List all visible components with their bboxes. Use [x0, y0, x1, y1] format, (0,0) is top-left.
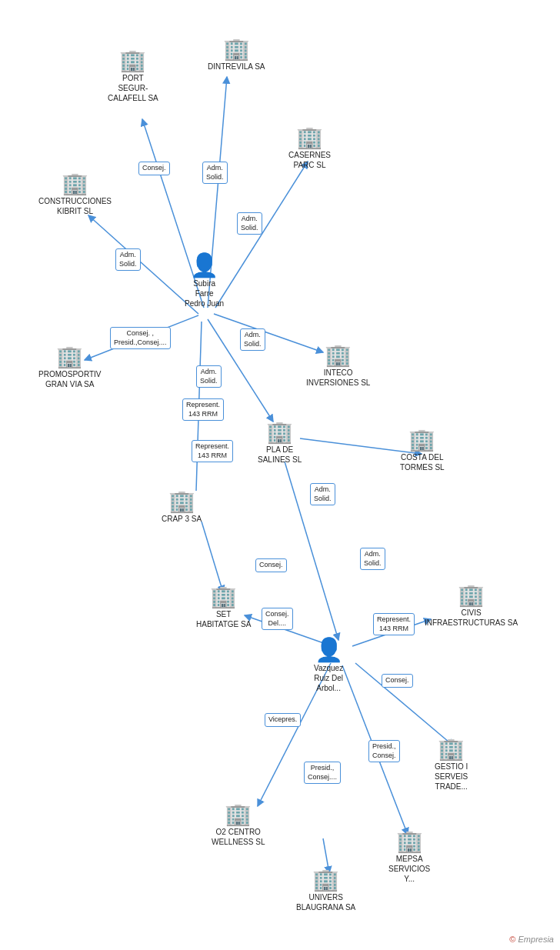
badge-adm-solid-4[interactable]: Adm.Solid.: [240, 328, 265, 351]
badge-adm-solid-7[interactable]: Adm.Solid.: [360, 548, 385, 570]
label-gestio: GESTIO I SERVEIS TRADE...: [435, 762, 468, 792]
node-inteco: 🏢 INTECO INVERSIONES SL: [306, 345, 370, 388]
label-mepsa: MEPSA SERVICIOS Y...: [388, 854, 430, 884]
company-icon-casernes: 🏢: [296, 127, 323, 148]
svg-line-9: [202, 522, 223, 592]
label-vazquez: Vazquez Ruiz Del Arbol...: [314, 663, 343, 693]
badge-consej-del[interactable]: Consej.Del....: [262, 608, 293, 630]
company-icon-o2centro: 🏢: [225, 804, 252, 825]
company-icon-set-habitatge: 🏢: [210, 586, 237, 608]
node-crap3: 🏢 CRAP 3 SA: [162, 491, 202, 524]
node-pla-salines: 🏢 PLA DE SALINES SL: [258, 422, 302, 465]
badge-consej-2[interactable]: Consej.: [255, 558, 287, 572]
node-dintrevila: 🏢 DINTREVILA SA: [208, 38, 265, 72]
badge-presid-consej-1[interactable]: Presid.,Consej.: [368, 740, 400, 762]
company-icon-univers: 🏢: [312, 869, 339, 891]
badge-consej-presid[interactable]: Consej. ,Presid.,Consej....: [110, 327, 171, 349]
badge-represent-2[interactable]: Represent.143 RRM: [192, 440, 233, 462]
node-set-habitatge: 🏢 SET HABITATGE SA: [196, 586, 251, 629]
label-inteco: INTECO INVERSIONES SL: [306, 368, 370, 388]
person-icon-vazquez: 👤: [315, 638, 343, 662]
person-icon-subira: 👤: [190, 254, 218, 277]
label-promosportiv: PROMOSPORTIV GRAN VIA SA: [38, 369, 102, 389]
company-icon-gestio: 🏢: [438, 738, 465, 760]
label-o2centro: O2 CENTRO WELLNESS SL: [212, 827, 265, 847]
node-univers: 🏢 UNIVERS BLAUGRANA SA: [296, 869, 355, 912]
company-icon-promosportiv: 🏢: [56, 346, 83, 368]
node-construcciones: 🏢 CONSTRUCCIONES KIBRIT SL: [38, 173, 112, 216]
node-costa-tormes: 🏢 COSTA DEL TORMES SL: [400, 429, 445, 472]
label-civis: CIVIS INFRAESTRUCTURAS SA: [425, 608, 518, 628]
company-icon-construcciones: 🏢: [62, 173, 88, 195]
badge-adm-solid-2[interactable]: Adm.Solid.: [237, 212, 262, 235]
badge-presid-consej-2[interactable]: Presid.,Consej....: [304, 762, 341, 784]
label-subira: Subira Farre Pedro Juan: [185, 278, 224, 308]
company-icon-pla-salines: 🏢: [266, 422, 293, 443]
node-vazquez: 👤 Vazquez Ruiz Del Arbol...: [314, 638, 343, 693]
node-o2centro: 🏢 O2 CENTRO WELLNESS SL: [212, 804, 265, 847]
node-port-segur: 🏢 PORT SEGUR- CALAFELL SA: [108, 50, 158, 103]
company-icon-port-segur: 🏢: [119, 50, 146, 72]
node-civis: 🏢 CIVIS INFRAESTRUCTURAS SA: [425, 585, 518, 628]
badge-adm-solid-1[interactable]: Adm.Solid.: [202, 162, 228, 184]
company-icon-mepsa: 🏢: [396, 831, 423, 852]
badge-adm-solid-5[interactable]: Adm.Solid.: [196, 365, 222, 388]
label-construcciones: CONSTRUCCIONES KIBRIT SL: [38, 196, 112, 216]
watermark: © Empresia: [509, 935, 554, 944]
label-crap3: CRAP 3 SA: [162, 514, 202, 524]
company-icon-costa-tormes: 🏢: [408, 429, 435, 451]
company-icon-inteco: 🏢: [325, 345, 352, 366]
label-costa-tormes: COSTA DEL TORMES SL: [400, 452, 445, 472]
node-casernes: 🏢 CASERNES PARC SL: [288, 127, 331, 170]
node-promosportiv: 🏢 PROMOSPORTIV GRAN VIA SA: [38, 346, 102, 389]
node-gestio: 🏢 GESTIO I SERVEIS TRADE...: [435, 738, 468, 792]
node-subira: 👤 Subira Farre Pedro Juan: [185, 254, 224, 308]
label-set-habitatge: SET HABITATGE SA: [196, 609, 251, 629]
label-dintrevila: DINTREVILA SA: [208, 62, 265, 72]
company-icon-crap3: 🏢: [168, 491, 195, 512]
connections-svg: [0, 0, 560, 950]
company-icon-dintrevila: 🏢: [223, 38, 250, 60]
label-pla-salines: PLA DE SALINES SL: [258, 445, 302, 465]
node-mepsa: 🏢 MEPSA SERVICIOS Y...: [388, 831, 430, 884]
svg-line-2: [215, 162, 308, 308]
label-casernes: CASERNES PARC SL: [288, 150, 331, 170]
svg-line-3: [88, 215, 198, 314]
label-univers: UNIVERS BLAUGRANA SA: [296, 892, 355, 912]
badge-adm-solid-6[interactable]: Adm.Solid.: [310, 483, 335, 505]
label-port-segur: PORT SEGUR- CALAFELL SA: [108, 73, 158, 103]
graph-container: 🏢 PORT SEGUR- CALAFELL SA 🏢 DINTREVILA S…: [0, 0, 560, 950]
company-icon-civis: 🏢: [458, 585, 485, 606]
badge-vicepres[interactable]: Vicepres.: [265, 713, 301, 727]
badge-represent-1[interactable]: Represent.143 RRM: [182, 398, 224, 421]
badge-adm-solid-3[interactable]: Adm.Solid.: [115, 248, 141, 271]
badge-consej-3[interactable]: Consej.: [382, 674, 413, 688]
badge-represent-3[interactable]: Represent.143 RRM: [373, 613, 415, 635]
badge-consej-1[interactable]: Consej.: [138, 162, 170, 175]
